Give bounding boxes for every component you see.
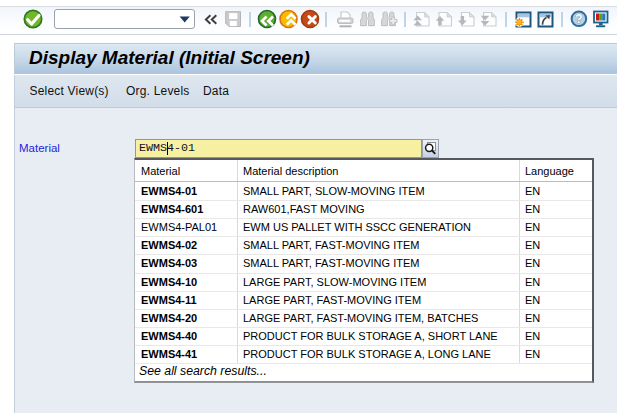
svg-text:?: ? bbox=[575, 12, 583, 26]
